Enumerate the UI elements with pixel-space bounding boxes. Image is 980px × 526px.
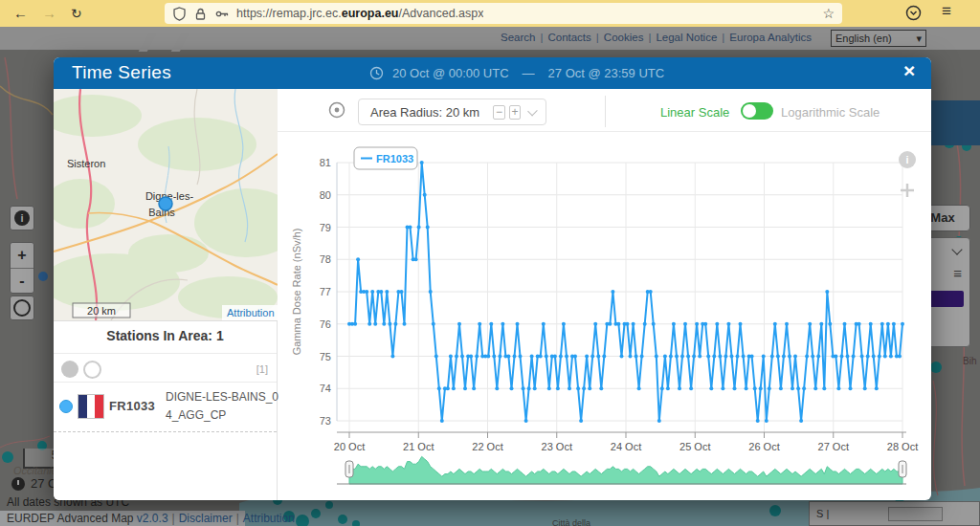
linear-scale-label: Linear Scale — [660, 105, 729, 120]
shield-icon[interactable] — [172, 7, 187, 21]
map-label-sisteron: Sisteron — [67, 158, 105, 169]
svg-text:25 Oct: 25 Oct — [679, 441, 710, 452]
svg-text:20 Oct: 20 Oct — [334, 441, 365, 452]
chart-toolbar: Area Radius: 20 km − + Linear Scale Loga… — [278, 89, 931, 132]
radius-increase-button[interactable]: + — [509, 105, 522, 120]
chevron-down-icon — [527, 105, 537, 115]
area-radius-control[interactable]: Area Radius: 20 km − + — [358, 99, 546, 125]
area-radius-label: Area Radius: 20 km — [370, 105, 479, 120]
svg-text:76: 76 — [320, 318, 331, 330]
time-series-dialog: Time Series 20 Oct @ 00:00 UTC—27 Oct @ … — [54, 57, 931, 500]
svg-text:27 Oct: 27 Oct — [818, 441, 849, 452]
svg-text:80: 80 — [320, 189, 331, 201]
scale-toggle-switch[interactable] — [741, 102, 773, 120]
svg-text:78: 78 — [320, 253, 331, 265]
dialog-title: Time Series — [72, 62, 171, 83]
station-list-item[interactable]: FR1033 DIGNE-LES-BAINS_04_AGG_CP — [54, 385, 277, 429]
svg-text:FR1033: FR1033 — [376, 153, 413, 164]
toolbar-divider — [605, 96, 606, 127]
target-area-icon[interactable] — [328, 101, 345, 119]
svg-text:22 Oct: 22 Oct — [472, 441, 502, 452]
svg-text:74: 74 — [320, 383, 331, 394]
pocket-icon[interactable] — [905, 5, 922, 25]
station-minimap[interactable]: Sisteron Digne-les- Bains 20 km Attribut… — [54, 89, 278, 321]
svg-text:81: 81 — [320, 157, 331, 168]
hamburger-menu-icon[interactable]: ≡ — [942, 2, 951, 21]
dialog-header: Time Series 20 Oct @ 00:00 UTC—27 Oct @ … — [54, 57, 931, 89]
browser-back-icon[interactable]: ← — [13, 3, 28, 24]
logarithmic-scale-label: Logarithmic Scale — [781, 105, 880, 120]
permissions-key-icon[interactable] — [214, 7, 230, 21]
svg-text:79: 79 — [320, 222, 331, 233]
minimap-attribution-link[interactable]: Attribution — [227, 307, 275, 318]
close-icon[interactable]: × — [903, 59, 915, 82]
station-filter-row: [1] — [54, 359, 277, 380]
toggle-knob — [743, 104, 756, 118]
url-text: https://remap.jrc.ec.europa.eu/Advanced.… — [236, 7, 483, 20]
station-color-dot — [59, 400, 73, 413]
station-id: FR1033 — [109, 399, 155, 413]
navigator-area[interactable] — [349, 456, 902, 484]
browser-toolbar: ← → ↻ https://remap.jrc.ec.europa.eu/Adv… — [0, 0, 980, 27]
radius-decrease-button[interactable]: − — [493, 105, 505, 120]
svg-text:75: 75 — [320, 351, 331, 362]
svg-text:77: 77 — [320, 286, 331, 297]
stations-in-area-heading: Stations In Area: 1 — [54, 328, 277, 343]
svg-text:Gamma Dose Rate (nSv/h): Gamma Dose Rate (nSv/h) — [291, 229, 302, 356]
flag-france-icon — [78, 394, 104, 419]
station-marker[interactable] — [159, 197, 172, 210]
browser-reload-icon[interactable]: ↻ — [71, 3, 82, 24]
bookmark-star-icon[interactable]: ☆ — [822, 6, 835, 21]
station-count-badge: [1] — [256, 363, 268, 375]
svg-text:26 Oct: 26 Oct — [748, 441, 779, 452]
station-name: DIGNE-LES-BAINS_04_AGG_CP — [166, 388, 280, 424]
svg-text:24 Oct: 24 Oct — [611, 441, 641, 452]
filter-circle-empty[interactable] — [83, 361, 101, 379]
svg-text:20 km: 20 km — [87, 305, 116, 317]
stations-panel: Sisteron Digne-les- Bains 20 km Attribut… — [54, 89, 278, 500]
svg-text:73: 73 — [320, 415, 331, 427]
address-bar[interactable]: https://remap.jrc.ec.europa.eu/Advanced.… — [165, 3, 842, 24]
svg-text:23 Oct: 23 Oct — [542, 441, 572, 452]
browser-forward-icon[interactable]: → — [42, 3, 56, 24]
filter-circle-filled[interactable] — [61, 361, 78, 378]
svg-text:i: i — [905, 154, 908, 165]
lock-icon[interactable] — [193, 7, 208, 21]
list-divider — [54, 431, 277, 432]
dialog-date-range: 20 Oct @ 00:00 UTC—27 Oct @ 23:59 UTC — [369, 57, 664, 89]
svg-text:28 Oct: 28 Oct — [887, 441, 918, 452]
clock-icon — [369, 66, 384, 80]
time-series-chart: 73747576777879808120 Oct21 Oct22 Oct23 O… — [278, 132, 931, 500]
svg-text:21 Oct: 21 Oct — [403, 441, 434, 452]
